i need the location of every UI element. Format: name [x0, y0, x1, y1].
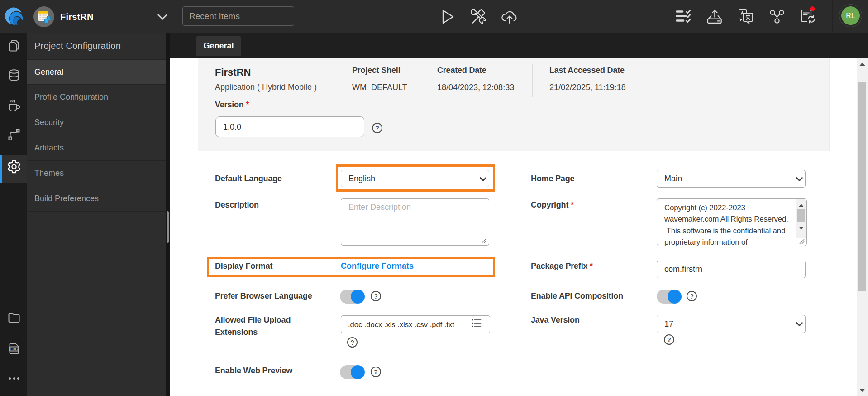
svg-text:LOG: LOG: [10, 347, 18, 351]
